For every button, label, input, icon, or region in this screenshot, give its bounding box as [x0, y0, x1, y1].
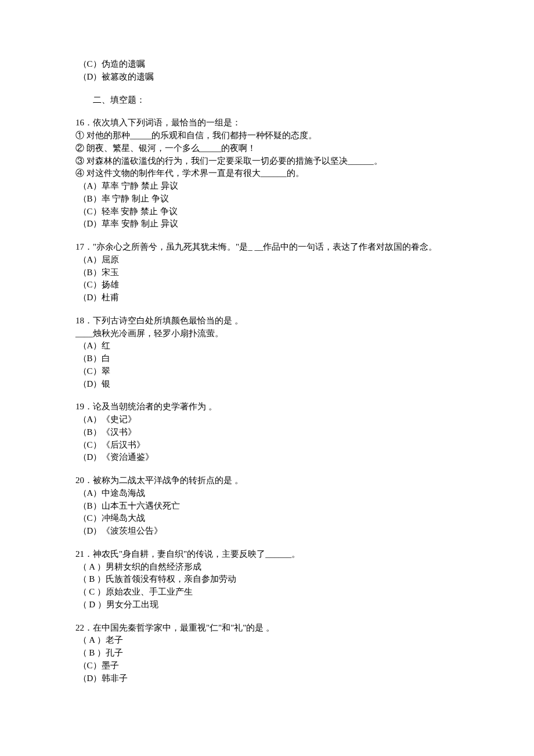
- choice-b: （ B ）氏族首领没有特权，亲自参加劳动: [75, 573, 459, 586]
- choice-a: （A）《史记》: [75, 413, 459, 426]
- choice-b: （B）率 宁静 制止 争议: [75, 193, 459, 206]
- question-stem: 22．在中国先秦哲学家中，最重视"仁"和"礼"的是 。: [75, 622, 459, 635]
- choice-d: （D）草率 安静 制止 异议: [75, 218, 459, 231]
- choice-a: （A）中途岛海战: [75, 487, 459, 500]
- choice-b: （B）白: [75, 352, 459, 365]
- choice-d: （D）杜甫: [75, 291, 459, 304]
- question-18: 18．下列古诗空白处所填颜色最恰当的是 。 ____烛秋光冷画屏，轻罗小扇扑流萤…: [75, 315, 459, 391]
- choice-b: （ B ）孔子: [75, 647, 459, 660]
- question-16: 16．依次填入下列词语，最恰当的一组是： ① 对他的那种_____的乐观和自信，…: [75, 117, 459, 231]
- choice-b: （B）山本五十六遇伏死亡: [75, 500, 459, 513]
- question-stem: 17．"亦余心之所善兮，虽九死其犹未悔。"是_ __作品中的一句话，表达了作者对…: [75, 241, 459, 254]
- choice-c: （C）扬雄: [75, 279, 459, 291]
- question-17: 17．"亦余心之所善兮，虽九死其犹未悔。"是_ __作品中的一句话，表达了作者对…: [75, 241, 459, 304]
- question-sub-2: ② 朗夜、繁星、银河，一个多么_____的夜啊！: [75, 142, 459, 155]
- question-sub-3: ③ 对森林的滥砍滥伐的行为，我们一定要采取一切必要的措施予以坚决______。: [75, 155, 459, 168]
- choice-d: （D）韩非子: [75, 672, 459, 685]
- choice-a: （ A ）老子: [75, 634, 459, 647]
- choice-b: （B）宋玉: [75, 267, 459, 279]
- choice-d: （D）被篡改的遗嘱: [75, 71, 459, 84]
- question-sub-1: ① 对他的那种_____的乐观和自信，我们都持一种怀疑的态度。: [75, 129, 459, 142]
- question-sub-1: ____烛秋光冷画屏，轻罗小扇扑流萤。: [75, 327, 459, 340]
- section-header: 二、填空题：: [75, 94, 459, 107]
- choice-c: （ C ）原始农业、手工业产生: [75, 586, 459, 599]
- question-19: 19．论及当朝统治者的史学著作为 。 （A）《史记》 （B）《汉书》 （C）《后…: [75, 401, 459, 464]
- question-22: 22．在中国先秦哲学家中，最重视"仁"和"礼"的是 。 （ A ）老子 （ B …: [75, 622, 459, 685]
- question-stem: 16．依次填入下列词语，最恰当的一组是：: [75, 117, 459, 129]
- choice-d: （D）《资治通鉴》: [75, 451, 459, 464]
- question-stem: 19．论及当朝统治者的史学著作为 。: [75, 401, 459, 413]
- choice-a: （A）屈原: [75, 254, 459, 267]
- question-20: 20．被称为二战太平洋战争的转折点的是 。 （A）中途岛海战 （B）山本五十六遇…: [75, 474, 459, 538]
- question-stem: 21．神农氏"身自耕，妻自织"的传说，主要反映了______。: [75, 548, 459, 561]
- choice-c: （C）墨子: [75, 660, 459, 672]
- choice-c: （C）《后汉书》: [75, 439, 459, 452]
- choice-a: （A）草率 宁静 禁止 异议: [75, 180, 459, 193]
- precontext-choices: （C）伪造的遗嘱 （D）被篡改的遗嘱: [75, 58, 459, 84]
- choice-a: （ A ）男耕女织的自然经济形成: [75, 561, 459, 574]
- question-21: 21．神农氏"身自耕，妻自织"的传说，主要反映了______。 （ A ）男耕女…: [75, 548, 459, 611]
- choice-d: （ D ）男女分工出现: [75, 599, 459, 611]
- choice-a: （A）红: [75, 340, 459, 352]
- choice-c: （C）伪造的遗嘱: [75, 58, 459, 71]
- question-sub-4: ④ 对这件文物的制作年代，学术界一直是有很大______的。: [75, 167, 459, 180]
- choice-c: （C）翠: [75, 365, 459, 378]
- choice-c: （C）轻率 安静 禁止 争议: [75, 206, 459, 218]
- question-stem: 18．下列古诗空白处所填颜色最恰当的是 。: [75, 315, 459, 327]
- choice-d: （D）银: [75, 378, 459, 391]
- choice-c: （C）冲绳岛大战: [75, 512, 459, 525]
- choice-d: （D）《波茨坦公告》: [75, 525, 459, 538]
- question-stem: 20．被称为二战太平洋战争的转折点的是 。: [75, 474, 459, 487]
- choice-b: （B）《汉书》: [75, 426, 459, 439]
